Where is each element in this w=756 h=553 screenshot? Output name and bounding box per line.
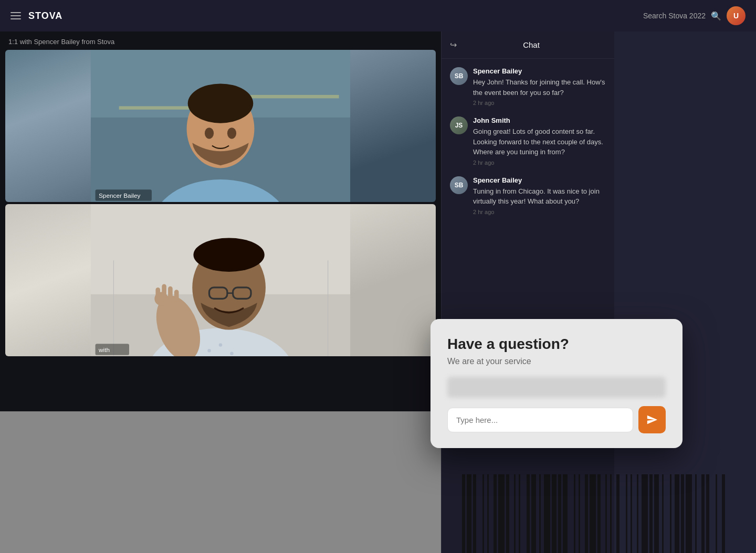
brand-logo: STOVA (28, 10, 62, 22)
svg-rect-3 (237, 95, 339, 98)
msg-sender-3: Spencer Bailey (473, 176, 606, 184)
svg-rect-22 (162, 284, 166, 302)
svg-point-6 (188, 83, 254, 123)
help-send-button[interactable] (638, 406, 666, 433)
chat-header: ↪ Chat (442, 31, 614, 59)
msg-avatar-spencer1: SB (450, 67, 468, 85)
svg-rect-13 (113, 260, 114, 356)
video-tile-spencer: Spencer Bailey (5, 50, 436, 202)
nav-left: STOVA (10, 10, 62, 22)
svg-rect-24 (174, 290, 179, 302)
msg-time-1: 2 hr ago (473, 100, 606, 106)
msg-text-3: Tuning in from Chicago. It was nice to j… (473, 186, 606, 207)
svg-point-17 (219, 343, 222, 346)
msg-time-2: 2 hr ago (473, 159, 606, 166)
help-widget-title: Have a question? (447, 336, 666, 353)
menu-icon[interactable] (10, 12, 21, 19)
svg-point-7 (205, 127, 214, 139)
video-tile-john: with (5, 204, 436, 356)
barcode-area (462, 474, 756, 553)
msg-body-3: Spencer Bailey Tuning in from Chicago. I… (473, 176, 606, 215)
user-avatar[interactable]: U (727, 6, 746, 25)
send-icon (646, 414, 658, 426)
msg-avatar-spencer2: SB (450, 176, 468, 194)
svg-point-16 (207, 349, 211, 352)
chat-message-2: JS John Smith Going great! Lots of good … (450, 116, 606, 166)
svg-rect-23 (168, 286, 173, 302)
msg-sender-2: John Smith (473, 116, 606, 124)
svg-text:with: with (98, 346, 110, 354)
help-blurred-content (447, 377, 666, 398)
help-widget-subtitle: We are at your service (447, 357, 666, 366)
nav-right: Search Stova 2022 🔍 U (643, 6, 746, 25)
search-icon[interactable]: 🔍 (711, 11, 721, 21)
bottom-band (0, 411, 441, 553)
chat-message-1: SB Spencer Bailey Hey John! Thanks for j… (450, 67, 606, 106)
msg-avatar-john: JS (450, 116, 468, 134)
chat-exit-icon[interactable]: ↪ (450, 40, 457, 50)
top-navigation: STOVA Search Stova 2022 🔍 U (0, 0, 756, 31)
svg-point-8 (227, 127, 236, 139)
msg-body-2: John Smith Going great! Lots of good con… (473, 116, 606, 166)
search-label: Search Stova 2022 (643, 12, 706, 20)
help-input-field[interactable] (447, 408, 633, 432)
msg-time-3: 2 hr ago (473, 209, 606, 215)
msg-text-1: Hey John! Thanks for joining the call. H… (473, 77, 606, 98)
msg-text-2: Going great! Lots of good content so far… (473, 126, 606, 157)
chat-title: Chat (457, 40, 606, 49)
svg-point-26 (193, 238, 264, 271)
svg-rect-21 (155, 288, 160, 303)
msg-sender-1: Spencer Bailey (473, 67, 606, 75)
video-title: 1:1 with Spencer Bailey from Stova (0, 31, 441, 50)
svg-rect-14 (328, 260, 328, 356)
help-input-row (447, 406, 666, 433)
chat-message-3: SB Spencer Bailey Tuning in from Chicago… (450, 176, 606, 215)
help-widget: Have a question? We are at your service (430, 319, 682, 448)
msg-body-1: Spencer Bailey Hey John! Thanks for join… (473, 67, 606, 106)
svg-point-18 (230, 352, 233, 355)
svg-text:Spencer Bailey: Spencer Bailey (99, 192, 140, 199)
